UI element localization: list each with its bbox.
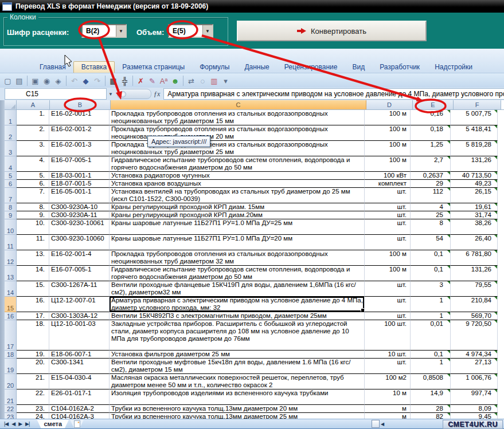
cell-c1[interactable]: Прокладка трубопроводов отопления из ста… (110, 110, 365, 125)
volume-combobox[interactable]: E(5) ▼ (168, 24, 213, 38)
cell-e22[interactable]: 28 (411, 405, 451, 413)
chevron-down-icon[interactable]: ▼ (107, 89, 115, 99)
cell-b8[interactable]: С300-9230А-10 (49, 203, 110, 211)
row-header-10[interactable]: 10 (5, 219, 17, 235)
cell-e7[interactable]: 112 (411, 188, 451, 203)
cell-d1[interactable]: 100 м (365, 110, 411, 125)
cell-b6[interactable]: Е18-07-001-5 (49, 180, 110, 188)
cell-a14[interactable]: 15. (17, 281, 49, 297)
cell-d3[interactable]: 100 м (365, 141, 411, 156)
select-all-corner[interactable] (5, 100, 17, 109)
cell-f8[interactable]: 19,61 (451, 203, 498, 211)
cell-b10[interactable]: С300-9230-10061 (49, 219, 110, 235)
tab-вставка[interactable]: Вставка (73, 61, 115, 73)
tab-главная[interactable]: Главная (32, 61, 73, 73)
cell-a12[interactable]: 13. (17, 250, 49, 266)
expand-icon[interactable]: ╬ (119, 76, 130, 86)
print-preview-icon[interactable]: ◉ (41, 76, 52, 86)
row-header-8[interactable]: 8 (5, 203, 17, 211)
cell-b18[interactable]: Е18-06-007-1 (49, 351, 110, 359)
cell-a17[interactable]: 18. (17, 320, 49, 351)
cell-d21[interactable]: 10 м (365, 389, 411, 405)
save-icon[interactable]: ◆ (80, 76, 91, 86)
cell-c6[interactable]: Установка кранов воздушных (110, 180, 365, 188)
cell-e6[interactable]: 29 (411, 180, 451, 188)
person-icon[interactable]: ☻ (170, 76, 181, 86)
cell-e19[interactable]: 1 (411, 359, 451, 374)
cell-b14[interactable]: С300-1267А-11 (49, 281, 110, 297)
color-bars-icon[interactable]: ▥ (209, 76, 220, 86)
cell-d8[interactable]: шт. (365, 203, 411, 211)
more-icon[interactable]: ▾ (220, 76, 231, 86)
row-header-13[interactable]: 13 (5, 266, 17, 281)
cell-c22[interactable]: Трубки из вспененного каучука толщ.13мм … (110, 405, 365, 413)
cell-a11[interactable]: 11. (17, 235, 49, 250)
cell-c9[interactable]: Краны регулирующий проходной КРП диам.20… (110, 211, 365, 219)
cell-e2[interactable]: 0,18 (411, 125, 451, 141)
insert-worksheet-button[interactable]: * (70, 420, 84, 428)
cell-f10[interactable]: 38,26 (451, 219, 498, 235)
cell-b11[interactable]: С300-9230-10060 (49, 235, 110, 250)
row-header-19[interactable]: 19 (5, 359, 17, 374)
cell-f16[interactable]: 569,70 (451, 312, 498, 320)
cell-b7[interactable]: Е16-05-001-1 (49, 188, 110, 203)
row-header-9[interactable]: 9 (5, 211, 17, 219)
cell-d20[interactable]: 100 м2 (365, 374, 411, 389)
column-header-f[interactable]: F (454, 100, 501, 109)
new-document-icon[interactable]: ▢ (2, 76, 13, 86)
cell-f22[interactable]: 8,09 (451, 405, 498, 413)
cell-e17[interactable]: 0,01 (411, 320, 451, 351)
tab-разметка-страницы[interactable]: Разметка страницы (115, 61, 192, 73)
cell-e1[interactable]: 0,16 (411, 110, 451, 125)
row-header-3[interactable]: 3 (5, 141, 17, 156)
cell-a7[interactable]: 7. (17, 188, 49, 203)
cell-f2[interactable]: 5 418,41 (451, 125, 498, 141)
scroll-left-icon[interactable]: ◀ (381, 422, 384, 427)
format-pen-icon[interactable]: ✎ (147, 76, 158, 86)
cell-d9[interactable]: шт. (365, 211, 411, 219)
cell-e5[interactable]: 0,2637 (411, 172, 451, 180)
cell-e11[interactable]: 54 (411, 235, 451, 250)
row-header-15[interactable]: 15 (5, 297, 17, 312)
cell-b15[interactable]: Ц12-12-007-01 (49, 297, 110, 312)
tab-рецензирование[interactable]: Рецензирование (277, 61, 345, 73)
cell-c11[interactable]: Краны шаровые латунные 11Б27П1 РУ=1.0 МП… (110, 235, 365, 250)
sheet-nav-prev-icon[interactable]: ◀ (10, 421, 17, 427)
cell-b3[interactable]: Е16-02-001-3 (49, 141, 110, 156)
cell-d13[interactable]: 100 м (365, 266, 411, 281)
cell-c12[interactable]: Прокладка трубопроводов отопления из ста… (110, 250, 365, 266)
cell-b21[interactable]: Е26-01-017-1 (49, 389, 110, 405)
cell-e8[interactable]: 4 (411, 203, 451, 211)
column-header-a[interactable]: A (17, 100, 50, 109)
cell-e21[interactable]: 14,9 (411, 389, 451, 405)
row-header-11[interactable]: 11 (5, 235, 17, 250)
sheet-nav-first-icon[interactable]: |◀ (2, 421, 10, 427)
fx-icon[interactable]: ƒx (154, 90, 160, 99)
cell-a4[interactable]: 4. (17, 156, 49, 172)
cell-f6[interactable]: 49,23 (451, 180, 498, 188)
row-header-7[interactable]: 7 (5, 188, 17, 203)
cell-a6[interactable]: 6. (17, 180, 49, 188)
cell-c10[interactable]: Краны шаровые латунные 11Б27П1 РУ=1.0 МП… (110, 219, 365, 235)
cell-e18[interactable]: 0,1 (411, 351, 451, 359)
cell-f9[interactable]: 31,74 (451, 211, 498, 219)
cell-f11[interactable]: 26,40 (451, 235, 498, 250)
cell-c14[interactable]: Вентили проходные фланцевые 15КЧ19П для … (110, 281, 365, 297)
row-header-2[interactable]: 2 (5, 125, 17, 141)
row-header-16[interactable]: 16 (5, 312, 17, 320)
row-header-5[interactable]: 5 (5, 172, 17, 180)
rate-code-combobox[interactable]: B(2) ▼ (81, 24, 127, 38)
cell-a3[interactable]: 3. (17, 141, 49, 156)
cell-e14[interactable]: 3 (411, 281, 451, 297)
cell-b16[interactable]: С300-1303А-12 (49, 312, 110, 320)
name-box[interactable]: C15 (5, 88, 107, 100)
cell-a13[interactable]: 14. (17, 266, 49, 281)
row-header-12[interactable]: 12 (5, 250, 17, 266)
cell-c13[interactable]: Гидравлическое испытание трубопроводов с… (110, 266, 365, 281)
cell-f1[interactable]: 5 007,75 (451, 110, 498, 125)
cell-b5[interactable]: Е18-03-001-1 (49, 172, 110, 180)
cell-f3[interactable]: 5 819,28 (451, 141, 498, 156)
cell-a5[interactable]: 5. (17, 172, 49, 180)
cell-b2[interactable]: Е16-02-001-2 (49, 125, 110, 141)
tab-надстройки[interactable]: Надстройки (427, 61, 480, 73)
